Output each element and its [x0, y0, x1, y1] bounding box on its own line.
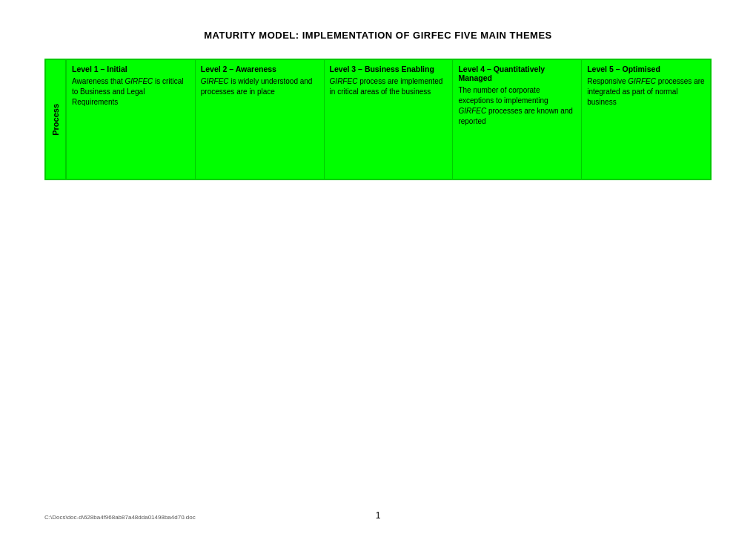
- col-level3-body: GIRFEC process are implemented in critic…: [330, 76, 448, 97]
- col-level5: Level 5 – Optimised Responsive GIRFEC pr…: [582, 60, 710, 179]
- col-level2: Level 2 – Awareness GIRFEC is widely und…: [196, 60, 325, 179]
- footer-filepath: C:\Docs\doc-d\628ba4f968ab87a48dda01498b…: [44, 514, 196, 521]
- col-level1-body: Awareness that GIRFEC is critical to Bus…: [72, 76, 190, 108]
- col-level5-title-main: Optimised: [622, 65, 660, 73]
- col-level5-body: Responsive GIRFEC processes are integrat…: [587, 76, 705, 108]
- col-level4: Level 4 – Quantitatively Managed The num…: [453, 60, 582, 179]
- col-level1: Level 1 – Initial Awareness that GIRFEC …: [67, 60, 196, 179]
- col-level4-title: Level 4 – Quantitatively Managed: [458, 65, 576, 82]
- col-level3-title-prefix: Level 3 –: [330, 65, 365, 73]
- col-level2-title: Level 2 – Awareness: [201, 65, 319, 73]
- columns-container: Level 1 – Initial Awareness that GIRFEC …: [67, 60, 710, 179]
- col-level2-girfec: GIRFEC: [201, 77, 229, 85]
- col-level4-girfec: GIRFEC: [458, 107, 486, 115]
- page-title: MATURITY MODEL: IMPLEMENTATION OF GIRFEC…: [44, 30, 712, 41]
- row-header: Process: [46, 60, 67, 179]
- col-level2-title-prefix: Level 2 –: [201, 65, 236, 73]
- maturity-table: Process Level 1 – Initial Awareness that…: [44, 59, 712, 180]
- col-level3-title: Level 3 – Business Enabling: [330, 65, 448, 73]
- col-level1-title: Level 1 – Initial: [72, 65, 190, 73]
- col-level1-girfec: GIRFEC: [125, 77, 153, 85]
- col-level2-body: GIRFEC is widely understood and processe…: [201, 76, 319, 97]
- col-level5-title-prefix: Level 5 –: [587, 65, 622, 73]
- col-level3-girfec: GIRFEC: [330, 77, 358, 85]
- col-level4-body: The number of corporate exceptions to im…: [458, 85, 576, 127]
- col-level2-title-main: Awareness: [236, 65, 276, 73]
- footer-page-number: 1: [376, 510, 381, 521]
- col-level5-girfec: GIRFEC: [628, 77, 656, 85]
- col-level3-title-main: Business Enabling: [365, 65, 434, 73]
- col-level4-title-prefix: Level 4 –: [458, 65, 493, 73]
- col-level1-title-prefix: Level 1 –: [72, 65, 107, 73]
- col-level5-title: Level 5 – Optimised: [587, 65, 705, 73]
- col-level1-title-main: Initial: [107, 65, 127, 73]
- row-header-label: Process: [51, 104, 60, 136]
- col-level3: Level 3 – Business Enabling GIRFEC proce…: [325, 60, 454, 179]
- page-container: MATURITY MODEL: IMPLEMENTATION OF GIRFEC…: [0, 0, 756, 225]
